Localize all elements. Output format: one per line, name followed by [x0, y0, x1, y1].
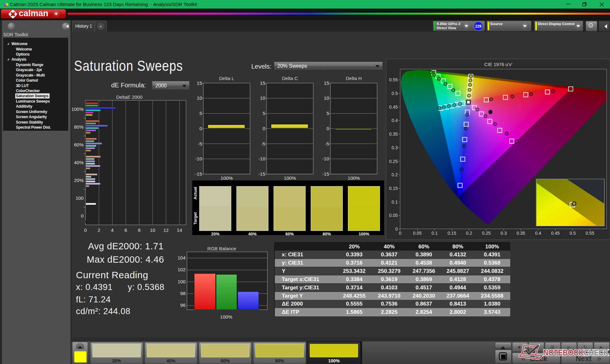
svg-text:-5: -5 [198, 141, 202, 146]
svg-text:DeltaE 2000: DeltaE 2000 [116, 94, 143, 100]
svg-text:100%: 100% [220, 314, 232, 320]
svg-text:96: 96 [180, 302, 186, 308]
svg-text:0.35: 0.35 [389, 131, 398, 137]
svg-text:0.25: 0.25 [482, 231, 491, 236]
svg-text:60%: 60% [74, 142, 84, 147]
svg-text:15: 15 [197, 80, 202, 86]
svg-text:0: 0 [327, 126, 329, 131]
svg-text:0: 0 [200, 126, 202, 131]
svg-text:0.5: 0.5 [570, 231, 576, 236]
svg-text:10: 10 [197, 95, 202, 101]
svg-text:15: 15 [324, 80, 329, 86]
svg-text:NOTEBOOKCHECK: NOTEBOOKCHECK [543, 348, 609, 357]
svg-text:-15: -15 [195, 171, 202, 177]
svg-text:-15: -15 [322, 171, 329, 177]
svg-text:5: 5 [200, 111, 202, 116]
svg-text:Delta L: Delta L [219, 76, 234, 81]
svg-text:0.45: 0.45 [389, 104, 398, 110]
svg-text:0.05: 0.05 [413, 231, 422, 236]
svg-text:0.1: 0.1 [392, 199, 398, 205]
svg-text:0.5: 0.5 [392, 91, 398, 96]
svg-text:0: 0 [263, 126, 265, 131]
svg-text:15: 15 [260, 80, 265, 86]
svg-text:100%: 100% [220, 175, 233, 181]
svg-text:0.45: 0.45 [551, 231, 560, 236]
svg-text:8: 8 [138, 227, 140, 233]
svg-text:4: 4 [111, 227, 113, 233]
svg-text:6: 6 [125, 227, 127, 233]
svg-text:0: 0 [84, 227, 87, 233]
svg-text:-10: -10 [195, 156, 202, 161]
svg-text:0.4: 0.4 [392, 118, 398, 123]
svg-text:-5: -5 [325, 141, 329, 146]
svg-text:0: 0 [395, 226, 398, 232]
svg-text:0.2: 0.2 [392, 172, 398, 177]
svg-text:5: 5 [263, 111, 265, 116]
svg-text:0.3: 0.3 [392, 145, 398, 150]
svg-text:12: 12 [163, 227, 169, 233]
svg-text:0.15: 0.15 [448, 231, 456, 236]
svg-text:0.35: 0.35 [517, 231, 525, 236]
svg-text:20%: 20% [74, 178, 84, 183]
svg-text:-5: -5 [261, 141, 265, 146]
svg-text:-15: -15 [258, 171, 265, 177]
svg-text:10: 10 [150, 227, 155, 233]
svg-text:5: 5 [327, 111, 329, 116]
svg-text:0.1: 0.1 [431, 231, 438, 236]
svg-text:-10: -10 [322, 156, 329, 161]
svg-text:Delta C: Delta C [282, 76, 298, 81]
svg-text:10: 10 [324, 95, 329, 101]
svg-text:98: 98 [180, 291, 186, 296]
svg-text:0.05: 0.05 [389, 213, 398, 218]
svg-text:0.25: 0.25 [389, 159, 398, 164]
svg-text:RGB Balance: RGB Balance [207, 246, 236, 251]
svg-text:0.55: 0.55 [389, 77, 398, 82]
svg-text:100: 100 [76, 195, 84, 201]
svg-text:0.55: 0.55 [586, 231, 594, 236]
svg-text:0: 0 [399, 231, 401, 236]
svg-text:100%: 100% [348, 175, 360, 181]
svg-text:0: 0 [81, 213, 84, 219]
svg-text:14: 14 [177, 227, 182, 233]
svg-text:80%: 80% [74, 124, 84, 130]
svg-text:102: 102 [178, 267, 186, 272]
svg-text:-10: -10 [258, 156, 265, 161]
svg-text:0.2: 0.2 [466, 231, 472, 236]
svg-text:0.3: 0.3 [500, 231, 507, 236]
svg-text:100: 100 [178, 279, 186, 284]
svg-text:2: 2 [98, 227, 100, 233]
svg-text:100%: 100% [71, 106, 84, 112]
svg-text:100%: 100% [284, 175, 296, 181]
svg-text:0.4: 0.4 [535, 231, 541, 236]
svg-text:10: 10 [260, 95, 265, 101]
svg-text:0.15: 0.15 [389, 186, 398, 191]
svg-text:Delta H: Delta H [346, 76, 362, 81]
svg-text:104: 104 [178, 255, 186, 260]
svg-text:40%: 40% [74, 160, 84, 165]
